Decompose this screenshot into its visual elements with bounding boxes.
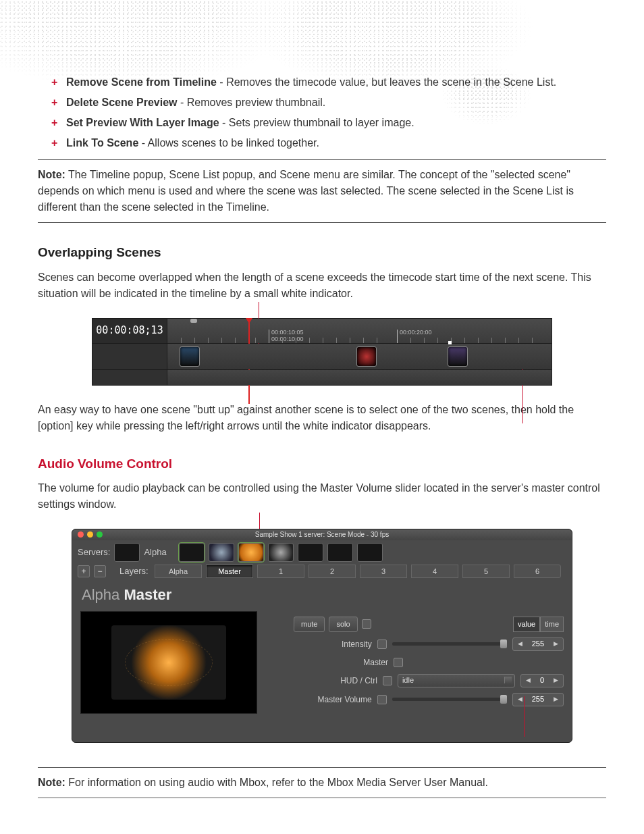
master-volume-label: Master Volume xyxy=(307,694,372,706)
divider xyxy=(38,159,606,160)
checkbox[interactable] xyxy=(394,658,403,667)
intensity-slider[interactable] xyxy=(392,642,507,646)
tab-6[interactable]: 6 xyxy=(514,565,561,578)
note-body: The Timeline popup, Scene List popup, an… xyxy=(38,169,574,213)
note-block: Note: For information on using audio wit… xyxy=(38,775,606,791)
timeline-ruler: 00:00:10:05 00:00:10:00 00:00:20:00 xyxy=(167,319,552,343)
layer-thumb[interactable] xyxy=(357,543,383,562)
list-item: Delete Scene Preview - Removes preview t… xyxy=(51,95,606,111)
paragraph: An easy way to have one scene "butt up" … xyxy=(38,402,606,434)
layer-thumb[interactable] xyxy=(268,543,294,562)
note-label: Note: xyxy=(38,169,65,180)
intensity-label: Intensity xyxy=(307,638,372,650)
layer-thumb[interactable] xyxy=(209,543,234,562)
heading-overlapping: Overlapping Scenes xyxy=(38,243,606,263)
tab-5[interactable]: 5 xyxy=(462,565,510,578)
master-window: Sample Show 1 server: Scene Mode - 30 fp… xyxy=(72,529,572,743)
note-body: For information on using audio with Mbox… xyxy=(65,777,488,788)
window-controls[interactable] xyxy=(78,531,103,538)
checkbox[interactable] xyxy=(377,640,387,649)
desc: - Sets preview thumbnail to layer image. xyxy=(219,117,414,128)
tab-1[interactable]: 1 xyxy=(257,565,304,578)
desc: - Allows scenes to be linked together. xyxy=(138,137,319,149)
hud-label: HUD / Ctrl xyxy=(313,675,377,687)
list-item: Link To Scene - Allows scenes to be link… xyxy=(51,135,606,151)
servers-label: Servers: xyxy=(78,546,110,559)
scene-clip[interactable] xyxy=(180,346,200,367)
scene-clip[interactable] xyxy=(356,346,377,367)
divider xyxy=(38,798,606,798)
caret-left-icon[interactable]: ◀ xyxy=(513,640,528,649)
divider xyxy=(38,767,606,768)
mute-button[interactable]: mute xyxy=(294,617,325,632)
panel-title: Alpha Master xyxy=(72,582,572,607)
note-block: Note: The Timeline popup, Scene List pop… xyxy=(38,167,606,215)
overlap-indicator xyxy=(448,341,452,344)
ruler-label: 00:00:10:00 xyxy=(271,335,304,344)
window-titlebar: Sample Show 1 server: Scene Mode - 30 fp… xyxy=(72,529,572,540)
close-icon[interactable] xyxy=(78,531,84,538)
scene-clip[interactable] xyxy=(448,346,468,367)
alpha-label: Alpha xyxy=(144,546,175,559)
timeline-track[interactable] xyxy=(167,344,552,369)
preview-area xyxy=(80,611,257,714)
timecode-display: 00:00:08;13 xyxy=(92,319,167,343)
hud-select[interactable]: idle xyxy=(398,674,515,687)
layer-thumb[interactable] xyxy=(179,543,205,562)
term: Link To Scene xyxy=(66,137,138,149)
master-volume-value[interactable]: ◀255▶ xyxy=(512,693,564,706)
tab-alpha[interactable]: Alpha xyxy=(155,565,202,578)
server-thumb[interactable] xyxy=(114,543,140,562)
list-item: Set Preview With Layer Image - Sets prev… xyxy=(51,115,606,131)
add-button[interactable]: + xyxy=(78,565,90,577)
layer-thumb[interactable] xyxy=(327,543,353,562)
layer-thumb[interactable] xyxy=(298,543,323,562)
checkbox[interactable] xyxy=(362,619,371,629)
timeline-screenshot: 00:00:08;13 00:00:10:05 00:00:10:00 00:0… xyxy=(92,318,552,386)
value-tab[interactable]: value xyxy=(513,617,540,632)
tab-4[interactable]: 4 xyxy=(411,565,458,578)
checkbox[interactable] xyxy=(383,676,392,685)
timeline-figure: 00:00:08;13 00:00:10:05 00:00:10:00 00:0… xyxy=(38,318,606,386)
term: Remove Scene from Timeline xyxy=(66,76,217,88)
layer-thumb[interactable] xyxy=(238,543,264,562)
term: Delete Scene Preview xyxy=(66,97,178,108)
ruler-label: 00:00:20:00 xyxy=(400,328,432,338)
term: Set Preview With Layer Image xyxy=(66,117,219,128)
tab-3[interactable]: 3 xyxy=(360,565,407,578)
note-label: Note: xyxy=(38,777,65,788)
solo-button[interactable]: solo xyxy=(329,617,357,632)
caret-left-icon[interactable]: ◀ xyxy=(513,695,528,704)
paragraph: Scenes can become overlapped when the le… xyxy=(38,269,606,302)
caret-right-icon[interactable]: ▶ xyxy=(548,676,563,685)
master-window-figure: Sample Show 1 server: Scene Mode - 30 fp… xyxy=(38,529,606,743)
master-label: Master xyxy=(323,656,388,669)
desc: - Removes preview thumbnail. xyxy=(178,97,326,108)
hud-value[interactable]: ◀0▶ xyxy=(520,674,564,687)
checkbox[interactable] xyxy=(377,695,387,704)
heading-audio: Audio Volume Control xyxy=(38,454,606,474)
master-volume-slider[interactable] xyxy=(392,698,507,701)
callout-line xyxy=(524,696,525,737)
window-title: Sample Show 1 server: Scene Mode - 30 fp… xyxy=(255,531,389,538)
paragraph: The volume for audio playback can be con… xyxy=(38,480,606,513)
divider xyxy=(38,222,606,223)
caret-right-icon[interactable]: ▶ xyxy=(548,640,563,649)
preview-image xyxy=(111,625,226,700)
value-time-toggle[interactable]: value time xyxy=(513,617,564,632)
caret-left-icon[interactable]: ◀ xyxy=(521,676,536,685)
bullet-list: Remove Scene from Timeline - Removes the… xyxy=(51,74,606,151)
zoom-knob[interactable] xyxy=(190,319,197,323)
tab-master[interactable]: Master xyxy=(206,565,253,578)
caret-right-icon[interactable]: ▶ xyxy=(548,695,563,704)
zoom-icon[interactable] xyxy=(97,531,103,538)
desc: - Removes the timecode value, but leaves… xyxy=(217,76,556,88)
list-item: Remove Scene from Timeline - Removes the… xyxy=(51,74,606,90)
intensity-value[interactable]: ◀255▶ xyxy=(512,637,564,651)
tab-2[interactable]: 2 xyxy=(308,565,356,578)
minimize-icon[interactable] xyxy=(87,531,93,538)
time-tab[interactable]: time xyxy=(540,617,564,632)
remove-button[interactable]: − xyxy=(94,565,106,577)
layers-label: Layers: xyxy=(119,565,151,578)
